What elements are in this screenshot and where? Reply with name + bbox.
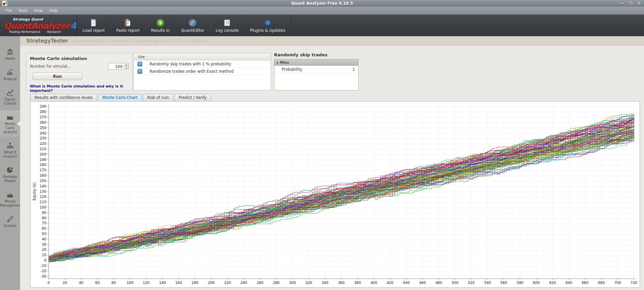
what-if-icon — [6, 141, 14, 150]
toolbar-button-label: Log console — [216, 28, 238, 33]
page-title: StrategyTester — [26, 38, 68, 44]
property-name: Probability — [274, 67, 302, 72]
simulation-count-value: 100 — [108, 63, 124, 69]
menu-tools[interactable]: Tools — [15, 7, 31, 14]
svg-text:70: 70 — [42, 221, 46, 225]
spinner-down-icon[interactable]: ▼ — [124, 66, 128, 70]
skip-property-grid: ▲ Misc Probability1 — [274, 59, 359, 91]
svg-text:240: 240 — [40, 131, 46, 135]
restore-button[interactable]: ❐ — [628, 0, 633, 7]
toolbar-paste-report-button[interactable]: Paste report — [110, 15, 145, 36]
svg-text:100: 100 — [126, 281, 133, 285]
svg-text:0: 0 — [48, 281, 50, 285]
toolbar-button-label: QuantEditor — [181, 28, 204, 33]
brand-top: Strategy Quant — [13, 18, 76, 21]
sidebar-item-monte-carlo-analysis[interactable]: Monte Carlo analysis — [0, 110, 20, 137]
chart-panel: -30-20-100102030405060708090100110120130… — [30, 101, 640, 288]
use-panel-header: Use — [134, 53, 271, 60]
menu-file[interactable]: File — [3, 7, 15, 14]
svg-text:80: 80 — [111, 281, 116, 285]
svg-text:140: 140 — [40, 184, 46, 188]
sidebar-item-label: Scripter — [0, 224, 20, 228]
toolbar-load-report-button[interactable]: Load report — [76, 15, 110, 36]
sidebar-item-home[interactable]: Home — [0, 45, 20, 63]
puzzle-icon — [263, 18, 272, 27]
brand-version: 4 — [70, 20, 76, 31]
svg-text:60: 60 — [95, 281, 100, 285]
toolbar: Strategy Quant QuantAnalyzer4 Trading Pe… — [0, 15, 644, 36]
svg-text:20: 20 — [42, 247, 46, 251]
svg-text:220: 220 — [224, 281, 231, 285]
svg-text:720: 720 — [631, 281, 637, 285]
tab-monte-carlo-chart[interactable]: Monte Carlo Chart — [98, 94, 142, 102]
checkbox-checked-icon[interactable]: ✓ — [138, 62, 142, 66]
svg-text:40: 40 — [42, 237, 46, 241]
logo-chart-icon — [2, 18, 3, 33]
svg-text:120: 120 — [143, 281, 150, 285]
run-button[interactable]: Run — [33, 72, 82, 80]
document-icon — [89, 18, 98, 27]
sidebar-item-what-if-analysis[interactable]: What If analysis — [0, 139, 20, 161]
skip-panel-title: Randomly skip trades — [274, 52, 359, 59]
svg-text:240: 240 — [240, 281, 247, 285]
sidebar-item-scripter[interactable]: Scripter — [0, 212, 20, 231]
close-button[interactable]: ✕ — [637, 0, 642, 7]
window-title: Quant Analyzer Free 4.10.5 — [0, 1, 644, 6]
sidebar-item-money-management[interactable]: Money Management — [0, 188, 20, 210]
sidebar-item-label: Money Management — [0, 199, 20, 208]
toolbar-button-label: Paste report — [116, 28, 140, 33]
svg-text:560: 560 — [500, 281, 507, 285]
svg-text:250: 250 — [40, 126, 46, 130]
toolbar-log-console-button[interactable]: Log console — [210, 15, 244, 36]
svg-text:580: 580 — [517, 281, 524, 285]
svg-text:170: 170 — [40, 168, 46, 172]
use-row[interactable]: ✓Randomize trades order with Exact metho… — [134, 68, 271, 75]
sidebar-item-label: Monte Carlo analysis — [0, 122, 20, 134]
svg-text:$: $ — [159, 20, 162, 25]
spinner-buttons[interactable]: ▲ ▼ — [124, 63, 128, 69]
use-rows: ✓Randomly skip trades with 1 % probabili… — [134, 60, 271, 75]
svg-text:700: 700 — [614, 281, 621, 285]
svg-text:480: 480 — [435, 281, 442, 285]
home-icon — [6, 48, 14, 56]
simulation-count-spinner[interactable]: 100 ▲ ▼ — [108, 63, 129, 70]
menu-view[interactable]: View — [31, 7, 46, 14]
svg-text:420: 420 — [387, 281, 393, 285]
app-window: Quant Analyzer Free 4.10.5 —❐✕ FileTools… — [0, 0, 644, 290]
svg-text:160: 160 — [175, 281, 182, 285]
checkbox-checked-icon[interactable]: ✓ — [138, 69, 142, 74]
svg-text:80: 80 — [42, 216, 46, 220]
toolbar-results-in-button[interactable]: $Results in — [145, 15, 175, 36]
toolbar-quanteditor-button[interactable]: QuantEditor — [175, 15, 210, 36]
menu-help[interactable]: Help — [46, 7, 61, 14]
tab-results-with-confidence-levels[interactable]: Results with confidence levels — [30, 94, 97, 102]
main-content: Monte Carlo simulation Number for simula… — [20, 46, 644, 290]
use-panel: Use ✓Randomly skip trades with 1 % proba… — [133, 53, 271, 91]
svg-text:260: 260 — [40, 120, 46, 124]
svg-text:-30: -30 — [41, 274, 46, 278]
svg-text:200: 200 — [208, 281, 215, 285]
use-row-label: Randomize trades order with Exact method — [150, 69, 233, 74]
property-value[interactable]: 1 — [353, 67, 358, 72]
money-icon — [6, 190, 14, 198]
tab-predict-verify[interactable]: Predict / Verify — [174, 94, 211, 102]
monte-carlo-help-link[interactable]: What is Monte Carlo simulation and why i… — [30, 84, 129, 93]
monte-carlo-icon — [6, 113, 14, 121]
toolbar-plugins-updates-button[interactable]: Plugins & Updates — [244, 15, 291, 36]
svg-text:180: 180 — [40, 163, 46, 167]
sidebar-item-analyze[interactable]: Analyze — [0, 65, 20, 84]
property-row-probability[interactable]: Probability1 — [274, 66, 358, 73]
svg-text:280: 280 — [273, 281, 280, 285]
property-group-header[interactable]: ▲ Misc — [274, 59, 358, 66]
spinner-up-icon[interactable]: ▲ — [124, 63, 128, 66]
sidebar-item-label: What If analysis — [0, 151, 20, 159]
use-row[interactable]: ✓Randomly skip trades with 1 % probabili… — [134, 60, 271, 68]
sidebar-item-equity-control[interactable]: Equity Control — [0, 86, 20, 108]
tab-risk-of-ruin[interactable]: Risk of ruin — [143, 94, 173, 102]
svg-text:-10: -10 — [41, 264, 46, 268]
sidebar-item-portfolio-master[interactable]: Portfolio Master — [0, 163, 20, 186]
svg-text:0: 0 — [44, 258, 46, 262]
svg-text:120: 120 — [40, 194, 46, 198]
sidebar-item-label: Portfolio Master — [0, 175, 20, 183]
minimize-button[interactable]: — — [619, 0, 625, 7]
